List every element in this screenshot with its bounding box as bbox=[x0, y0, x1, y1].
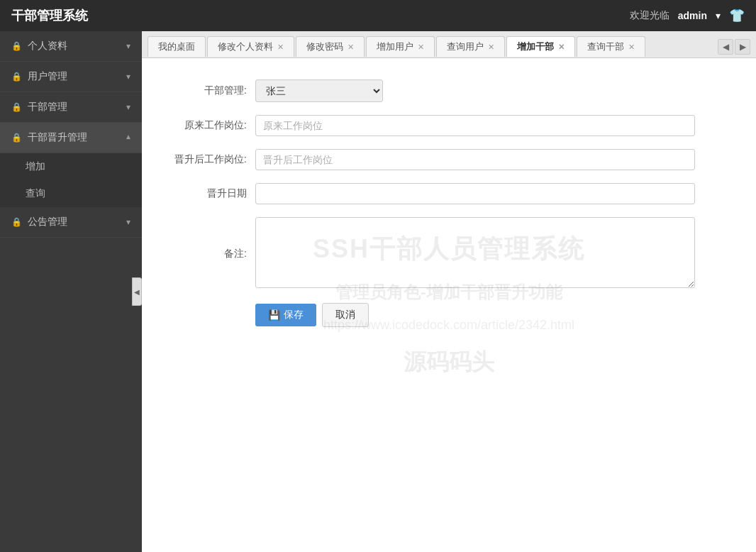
save-icon: 💾 bbox=[268, 309, 280, 321]
tab-label-add-user: 增加用户 bbox=[377, 40, 413, 53]
new-position-field bbox=[255, 149, 695, 170]
watermark-source: 源码码头 bbox=[404, 347, 494, 378]
sidebar-item-cadre-promotion[interactable]: 🔒 干部晋升管理 ▾ bbox=[0, 123, 142, 153]
chevron-down-icon: ▾ bbox=[126, 41, 130, 51]
form-row-new-position: 晋升后工作岗位: bbox=[170, 149, 728, 170]
content-area: SSH干部人员管理系统 管理员角色-增加干部晋升功能 https://www.i… bbox=[142, 58, 756, 552]
new-position-label: 晋升后工作岗位: bbox=[170, 153, 255, 166]
tab-add-cadre[interactable]: 增加干部 ✕ bbox=[506, 36, 575, 57]
close-tab-query-user[interactable]: ✕ bbox=[488, 43, 494, 52]
button-row: 💾 保存 取消 bbox=[170, 303, 728, 327]
header: 干部管理系统 欢迎光临 admin ▾ 👕 bbox=[0, 0, 756, 31]
close-tab-change-pwd[interactable]: ✕ bbox=[348, 43, 354, 52]
sidebar-collapse-btn[interactable]: ◀ bbox=[132, 277, 142, 306]
form-row-original-position: 原来工作岗位: bbox=[170, 115, 728, 136]
sidebar-item-cadre-mgmt[interactable]: 🔒 干部管理 ▾ bbox=[0, 92, 142, 123]
lock-icon: 🔒 bbox=[11, 41, 22, 51]
cadre-select[interactable]: 张三 李四 王五 bbox=[255, 79, 383, 102]
close-tab-edit-profile[interactable]: ✕ bbox=[277, 43, 284, 52]
tab-prev-btn[interactable]: ◀ bbox=[718, 39, 733, 55]
lock-icon-5: 🔒 bbox=[11, 217, 22, 227]
dropdown-icon[interactable]: ▾ bbox=[716, 10, 721, 21]
admin-user[interactable]: admin bbox=[678, 10, 707, 21]
sidebar-label-notice-mgmt: 公告管理 bbox=[28, 216, 67, 228]
welcome-text: 欢迎光临 bbox=[630, 9, 669, 22]
chevron-up-icon: ▾ bbox=[126, 133, 130, 143]
header-right: 欢迎光临 admin ▾ 👕 bbox=[630, 8, 745, 23]
layout: 🔒 个人资料 ▾ 🔒 用户管理 ▾ 🔒 干部管理 ▾ 🔒 干部晋 bbox=[0, 31, 756, 552]
sidebar-label-user-mgmt: 用户管理 bbox=[28, 70, 67, 83]
sidebar-item-user-mgmt[interactable]: 🔒 用户管理 ▾ bbox=[0, 62, 142, 92]
form-row-cadre: 干部管理: 张三 李四 王五 bbox=[170, 79, 728, 102]
new-position-input[interactable] bbox=[255, 149, 695, 170]
tab-add-user[interactable]: 增加用户 ✕ bbox=[366, 36, 435, 57]
sidebar-item-notice-mgmt[interactable]: 🔒 公告管理 ▾ bbox=[0, 207, 142, 238]
original-position-field bbox=[255, 115, 695, 136]
close-tab-add-user[interactable]: ✕ bbox=[418, 43, 424, 52]
save-label: 保存 bbox=[284, 309, 304, 321]
sidebar: 🔒 个人资料 ▾ 🔒 用户管理 ▾ 🔒 干部管理 ▾ 🔒 干部晋 bbox=[0, 31, 142, 552]
tab-my-desk[interactable]: 我的桌面 bbox=[148, 36, 206, 57]
cadre-label: 干部管理: bbox=[170, 84, 255, 97]
chevron-down-icon-5: ▾ bbox=[126, 217, 130, 227]
shirt-icon: 👕 bbox=[729, 8, 745, 23]
save-button[interactable]: 💾 保存 bbox=[255, 304, 316, 326]
form-row-promotion-date: 晋升日期 bbox=[170, 183, 728, 204]
chevron-down-icon-2: ▾ bbox=[126, 72, 130, 82]
sidebar-label-cadre-mgmt: 干部管理 bbox=[28, 101, 67, 114]
lock-icon-4: 🔒 bbox=[11, 133, 22, 143]
promotion-date-field bbox=[255, 183, 695, 204]
tabs-bar: 我的桌面 修改个人资料 ✕ 修改密码 ✕ 增加用户 ✕ 查询用户 ✕ 增加干部 … bbox=[142, 31, 756, 58]
sidebar-sub-query[interactable]: 查询 bbox=[0, 180, 142, 207]
sidebar-item-personal[interactable]: 🔒 个人资料 ▾ bbox=[0, 31, 142, 62]
lock-icon-3: 🔒 bbox=[11, 102, 22, 112]
sidebar-sub-add[interactable]: 增加 bbox=[0, 153, 142, 180]
remark-field bbox=[255, 217, 695, 290]
sidebar-label-personal: 个人资料 bbox=[28, 40, 67, 53]
sidebar-label-cadre-promotion: 干部晋升管理 bbox=[28, 131, 87, 144]
cancel-button[interactable]: 取消 bbox=[322, 303, 369, 327]
app-title: 干部管理系统 bbox=[11, 7, 88, 24]
tab-label-query-cadre: 查询干部 bbox=[587, 40, 624, 53]
tab-label-change-pwd: 修改密码 bbox=[306, 40, 343, 53]
main: 我的桌面 修改个人资料 ✕ 修改密码 ✕ 增加用户 ✕ 查询用户 ✕ 增加干部 … bbox=[142, 31, 756, 552]
remark-label: 备注: bbox=[170, 248, 255, 260]
original-position-input[interactable] bbox=[255, 115, 695, 136]
chevron-down-icon-3: ▾ bbox=[126, 102, 130, 112]
remark-input[interactable] bbox=[255, 217, 695, 288]
cadre-field: 张三 李四 王五 bbox=[255, 79, 695, 102]
close-tab-query-cadre[interactable]: ✕ bbox=[628, 43, 635, 52]
tab-label-edit-profile: 修改个人资料 bbox=[218, 40, 273, 53]
tab-label-add-cadre: 增加干部 bbox=[517, 40, 554, 53]
lock-icon-2: 🔒 bbox=[11, 72, 22, 82]
close-tab-add-cadre[interactable]: ✕ bbox=[558, 43, 565, 52]
tab-label-my-desk: 我的桌面 bbox=[158, 40, 195, 53]
tab-next-btn[interactable]: ▶ bbox=[735, 39, 750, 55]
original-position-label: 原来工作岗位: bbox=[170, 119, 255, 132]
cadre-promotion-submenu: 增加 查询 bbox=[0, 153, 142, 207]
tab-navigation: ◀ ▶ bbox=[718, 39, 750, 55]
tab-label-query-user: 查询用户 bbox=[447, 40, 484, 53]
tab-change-pwd[interactable]: 修改密码 ✕ bbox=[296, 36, 365, 57]
tab-query-user[interactable]: 查询用户 ✕ bbox=[436, 36, 505, 57]
promotion-date-label: 晋升日期 bbox=[170, 187, 255, 200]
form-row-remark: 备注: bbox=[170, 217, 728, 290]
tab-query-cadre[interactable]: 查询干部 ✕ bbox=[577, 36, 645, 57]
tab-edit-profile[interactable]: 修改个人资料 ✕ bbox=[207, 36, 294, 57]
promotion-date-input[interactable] bbox=[255, 183, 695, 204]
